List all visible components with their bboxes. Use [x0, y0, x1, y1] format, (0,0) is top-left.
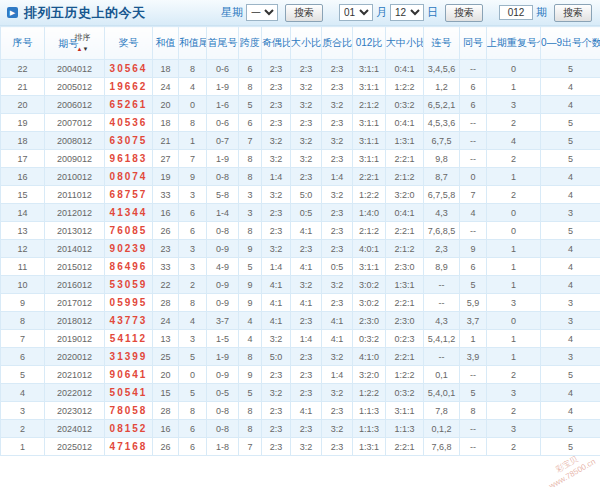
table-row: 92017012059952880-994:14:12:33:0:22:2:1-… — [1, 294, 600, 312]
week-select[interactable]: 一 — [246, 4, 278, 21]
cell-issue: 2004012 — [45, 60, 105, 78]
cell-sum: 26 — [153, 222, 179, 240]
page-title: 排列五历史上的今天 — [24, 4, 146, 22]
cell-odd-even: 2:3 — [262, 438, 291, 456]
cell-consecutive: 7,6,8 — [424, 438, 460, 456]
cell-prime-composite: 2:3 — [322, 150, 353, 168]
cell-prime-composite: 2:3 — [322, 78, 353, 96]
cell-first-last: 0-9 — [207, 366, 239, 384]
table-row: 142012012413441661-432:30:52:31:4:00:4:1… — [1, 204, 600, 222]
cell-big-small: 2:3 — [291, 420, 322, 438]
cell-012-ratio: 0:3:2 — [353, 330, 386, 348]
cell-big-mid-small: 2:2:1 — [386, 438, 424, 456]
cell-consecutive: 0,1 — [424, 366, 460, 384]
cell-consecutive: 8,7 — [424, 168, 460, 186]
cell-sum: 20 — [153, 96, 179, 114]
cell-sum: 26 — [153, 438, 179, 456]
table-row: 152011012687573335-833:25:03:21:2:23:2:0… — [1, 186, 600, 204]
cell-first-last: 0-8 — [207, 402, 239, 420]
week-search-button[interactable]: 搜索 — [285, 4, 323, 22]
cell-digit-count: 4 — [541, 330, 600, 348]
cell-big-small: 4:1 — [291, 294, 322, 312]
cell-big-mid-small: 0:3:2 — [386, 384, 424, 402]
cell-digit-count: 4 — [541, 186, 600, 204]
cell-first-last: 0-6 — [207, 60, 239, 78]
month-select[interactable]: 01 — [339, 4, 373, 21]
cell-prize: 90239 — [105, 240, 153, 258]
cell-repeat-count: 0 — [487, 204, 541, 222]
cell-prize: 47168 — [105, 438, 153, 456]
cell-sum-tail: 3 — [179, 186, 207, 204]
cell-big-mid-small: 0:2:3 — [386, 330, 424, 348]
cell-span: 9 — [239, 240, 262, 258]
cell-issue: 2009012 — [45, 150, 105, 168]
cell-span: 9 — [239, 294, 262, 312]
cell-same: 0 — [460, 168, 487, 186]
cell-repeat-count: 1 — [487, 78, 541, 96]
cell-seq: 14 — [1, 204, 45, 222]
cell-sum: 18 — [153, 114, 179, 132]
header-row: 序号期号排序▲▼奖号和值和值尾首尾号跨度奇偶比大小比质合比012比大中小比连号同… — [1, 27, 600, 60]
week-filter-group: 星期 一 搜索 — [221, 4, 323, 22]
issue-input[interactable] — [499, 5, 533, 20]
cell-digit-count: 3 — [541, 348, 600, 366]
cell-odd-even: 3:2 — [262, 150, 291, 168]
cell-odd-even: 4:1 — [262, 294, 291, 312]
cell-issue: 2013012 — [45, 222, 105, 240]
cell-prize: 86496 — [105, 258, 153, 276]
cell-big-small: 3:2 — [291, 276, 322, 294]
cell-issue: 2025012 — [45, 438, 105, 456]
cell-same: 7 — [460, 186, 487, 204]
col-header-odd-even: 奇偶比 — [262, 27, 291, 60]
cell-prime-composite: 2:3 — [322, 60, 353, 78]
cell-012-ratio: 3:1:1 — [353, 132, 386, 150]
cell-big-small: 3:2 — [291, 438, 322, 456]
cell-same: -- — [460, 438, 487, 456]
cell-seq: 1 — [1, 438, 45, 456]
date-search-button[interactable]: 搜索 — [445, 4, 483, 22]
cell-first-last: 0-8 — [207, 420, 239, 438]
cell-seq: 17 — [1, 150, 45, 168]
cell-seq: 13 — [1, 222, 45, 240]
cell-prize: 90641 — [105, 366, 153, 384]
cell-sum-tail: 6 — [179, 222, 207, 240]
cell-consecutive: 6,5,2,1 — [424, 96, 460, 114]
cell-odd-even: 2:3 — [262, 114, 291, 132]
col-header-issue-label: 期号 — [59, 37, 70, 50]
date-filter-group: 01 月 12 日 搜索 — [339, 4, 483, 22]
cell-issue: 2022012 — [45, 384, 105, 402]
cell-consecutive: -- — [424, 276, 460, 294]
cell-prize: 30564 — [105, 60, 153, 78]
cell-first-last: 1-4 — [207, 204, 239, 222]
cell-prime-composite: 2:3 — [322, 402, 353, 420]
cell-repeat-count: 3 — [487, 294, 541, 312]
cell-digit-count: 4 — [541, 258, 600, 276]
col-header-issue: 期号排序▲▼ — [45, 27, 105, 60]
cell-sum: 24 — [153, 78, 179, 96]
title-bar: ▶ 排列五历史上的今天 星期 一 搜索 01 月 12 日 搜索 期 搜索 — [0, 0, 600, 26]
col-header-prime-composite: 质合比 — [322, 27, 353, 60]
cell-first-last: 1-9 — [207, 150, 239, 168]
cell-odd-even: 2:3 — [262, 96, 291, 114]
cell-first-last: 3-7 — [207, 312, 239, 330]
cell-issue: 2007012 — [45, 114, 105, 132]
cell-prime-composite: 3:2 — [322, 420, 353, 438]
issue-search-button[interactable]: 搜索 — [554, 4, 592, 22]
day-select[interactable]: 12 — [390, 4, 424, 21]
cell-big-small: 2:3 — [291, 240, 322, 258]
cell-digit-count: 3 — [541, 312, 600, 330]
cell-repeat-count: 2 — [487, 402, 541, 420]
cell-issue: 2006012 — [45, 96, 105, 114]
cell-prime-composite: 3:2 — [322, 348, 353, 366]
cell-big-small: 4:1 — [291, 402, 322, 420]
cell-repeat-count: 0 — [487, 312, 541, 330]
table-row: 112015012864963334-951:44:10:53:1:12:3:0… — [1, 258, 600, 276]
cell-issue: 2015012 — [45, 258, 105, 276]
month-label: 月 — [376, 5, 387, 20]
issue-sort-control[interactable]: 排序▲▼ — [75, 34, 91, 53]
cell-012-ratio: 2:1:2 — [353, 96, 386, 114]
cell-seq: 20 — [1, 96, 45, 114]
cell-big-mid-small: 0:4:1 — [386, 114, 424, 132]
sort-desc-icon[interactable]: ▼ — [83, 46, 89, 52]
cell-issue: 2016012 — [45, 276, 105, 294]
